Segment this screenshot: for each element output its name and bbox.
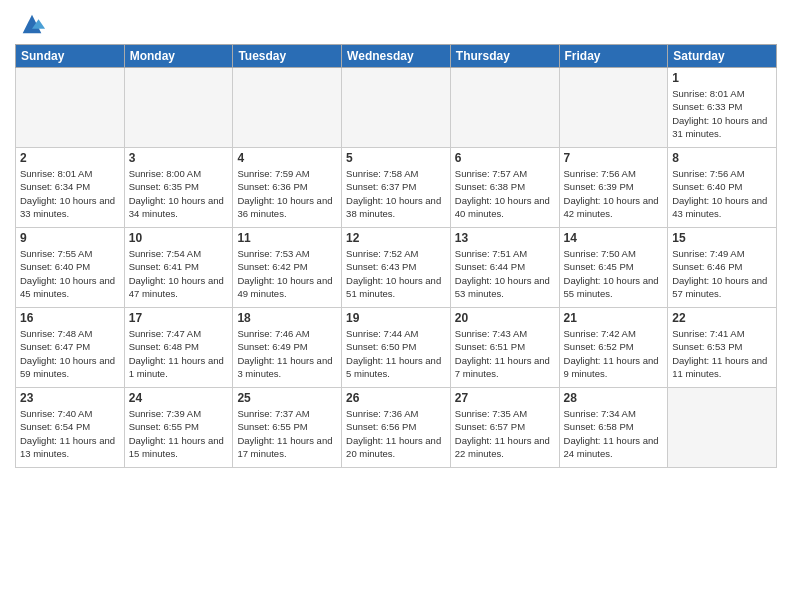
calendar-cell <box>124 68 233 148</box>
weekday-header: Tuesday <box>233 45 342 68</box>
day-number: 6 <box>455 151 555 165</box>
day-number: 16 <box>20 311 120 325</box>
calendar-week-row: 23Sunrise: 7:40 AM Sunset: 6:54 PM Dayli… <box>16 388 777 468</box>
day-number: 7 <box>564 151 664 165</box>
weekday-header: Sunday <box>16 45 125 68</box>
day-number: 9 <box>20 231 120 245</box>
day-number: 20 <box>455 311 555 325</box>
calendar-cell <box>450 68 559 148</box>
day-number: 4 <box>237 151 337 165</box>
weekday-header: Thursday <box>450 45 559 68</box>
day-info: Sunrise: 7:46 AM Sunset: 6:49 PM Dayligh… <box>237 327 337 380</box>
calendar-cell: 12Sunrise: 7:52 AM Sunset: 6:43 PM Dayli… <box>342 228 451 308</box>
calendar-cell: 23Sunrise: 7:40 AM Sunset: 6:54 PM Dayli… <box>16 388 125 468</box>
day-number: 11 <box>237 231 337 245</box>
day-number: 17 <box>129 311 229 325</box>
day-number: 22 <box>672 311 772 325</box>
day-info: Sunrise: 8:00 AM Sunset: 6:35 PM Dayligh… <box>129 167 229 220</box>
calendar-cell: 16Sunrise: 7:48 AM Sunset: 6:47 PM Dayli… <box>16 308 125 388</box>
logo-icon <box>18 10 46 38</box>
day-info: Sunrise: 7:53 AM Sunset: 6:42 PM Dayligh… <box>237 247 337 300</box>
calendar-cell: 9Sunrise: 7:55 AM Sunset: 6:40 PM Daylig… <box>16 228 125 308</box>
calendar-cell: 1Sunrise: 8:01 AM Sunset: 6:33 PM Daylig… <box>668 68 777 148</box>
calendar-cell: 8Sunrise: 7:56 AM Sunset: 6:40 PM Daylig… <box>668 148 777 228</box>
day-info: Sunrise: 7:40 AM Sunset: 6:54 PM Dayligh… <box>20 407 120 460</box>
day-info: Sunrise: 7:56 AM Sunset: 6:40 PM Dayligh… <box>672 167 772 220</box>
day-info: Sunrise: 7:42 AM Sunset: 6:52 PM Dayligh… <box>564 327 664 380</box>
day-info: Sunrise: 7:39 AM Sunset: 6:55 PM Dayligh… <box>129 407 229 460</box>
calendar-cell: 14Sunrise: 7:50 AM Sunset: 6:45 PM Dayli… <box>559 228 668 308</box>
calendar-cell: 21Sunrise: 7:42 AM Sunset: 6:52 PM Dayli… <box>559 308 668 388</box>
day-number: 1 <box>672 71 772 85</box>
weekday-header: Wednesday <box>342 45 451 68</box>
calendar-cell: 20Sunrise: 7:43 AM Sunset: 6:51 PM Dayli… <box>450 308 559 388</box>
day-number: 26 <box>346 391 446 405</box>
calendar-cell <box>342 68 451 148</box>
calendar-cell: 18Sunrise: 7:46 AM Sunset: 6:49 PM Dayli… <box>233 308 342 388</box>
day-info: Sunrise: 7:49 AM Sunset: 6:46 PM Dayligh… <box>672 247 772 300</box>
calendar-cell: 17Sunrise: 7:47 AM Sunset: 6:48 PM Dayli… <box>124 308 233 388</box>
calendar-cell: 10Sunrise: 7:54 AM Sunset: 6:41 PM Dayli… <box>124 228 233 308</box>
calendar-cell: 2Sunrise: 8:01 AM Sunset: 6:34 PM Daylig… <box>16 148 125 228</box>
calendar-cell: 24Sunrise: 7:39 AM Sunset: 6:55 PM Dayli… <box>124 388 233 468</box>
day-number: 15 <box>672 231 772 245</box>
page-container: SundayMondayTuesdayWednesdayThursdayFrid… <box>0 0 792 478</box>
header <box>15 10 777 38</box>
day-info: Sunrise: 7:55 AM Sunset: 6:40 PM Dayligh… <box>20 247 120 300</box>
calendar-cell: 11Sunrise: 7:53 AM Sunset: 6:42 PM Dayli… <box>233 228 342 308</box>
calendar-cell: 13Sunrise: 7:51 AM Sunset: 6:44 PM Dayli… <box>450 228 559 308</box>
calendar-cell: 25Sunrise: 7:37 AM Sunset: 6:55 PM Dayli… <box>233 388 342 468</box>
calendar-cell: 27Sunrise: 7:35 AM Sunset: 6:57 PM Dayli… <box>450 388 559 468</box>
day-info: Sunrise: 7:56 AM Sunset: 6:39 PM Dayligh… <box>564 167 664 220</box>
day-info: Sunrise: 7:57 AM Sunset: 6:38 PM Dayligh… <box>455 167 555 220</box>
day-number: 28 <box>564 391 664 405</box>
day-info: Sunrise: 7:52 AM Sunset: 6:43 PM Dayligh… <box>346 247 446 300</box>
calendar-cell: 28Sunrise: 7:34 AM Sunset: 6:58 PM Dayli… <box>559 388 668 468</box>
day-info: Sunrise: 7:37 AM Sunset: 6:55 PM Dayligh… <box>237 407 337 460</box>
day-info: Sunrise: 7:48 AM Sunset: 6:47 PM Dayligh… <box>20 327 120 380</box>
calendar-cell: 3Sunrise: 8:00 AM Sunset: 6:35 PM Daylig… <box>124 148 233 228</box>
calendar-cell <box>668 388 777 468</box>
day-number: 12 <box>346 231 446 245</box>
weekday-header: Saturday <box>668 45 777 68</box>
day-number: 5 <box>346 151 446 165</box>
day-info: Sunrise: 7:58 AM Sunset: 6:37 PM Dayligh… <box>346 167 446 220</box>
day-info: Sunrise: 7:50 AM Sunset: 6:45 PM Dayligh… <box>564 247 664 300</box>
day-number: 24 <box>129 391 229 405</box>
day-info: Sunrise: 7:34 AM Sunset: 6:58 PM Dayligh… <box>564 407 664 460</box>
day-info: Sunrise: 7:43 AM Sunset: 6:51 PM Dayligh… <box>455 327 555 380</box>
calendar-week-row: 16Sunrise: 7:48 AM Sunset: 6:47 PM Dayli… <box>16 308 777 388</box>
day-number: 3 <box>129 151 229 165</box>
calendar-cell: 7Sunrise: 7:56 AM Sunset: 6:39 PM Daylig… <box>559 148 668 228</box>
day-info: Sunrise: 7:47 AM Sunset: 6:48 PM Dayligh… <box>129 327 229 380</box>
day-number: 23 <box>20 391 120 405</box>
day-number: 19 <box>346 311 446 325</box>
weekday-header: Friday <box>559 45 668 68</box>
day-info: Sunrise: 7:41 AM Sunset: 6:53 PM Dayligh… <box>672 327 772 380</box>
day-number: 18 <box>237 311 337 325</box>
day-number: 14 <box>564 231 664 245</box>
day-info: Sunrise: 8:01 AM Sunset: 6:34 PM Dayligh… <box>20 167 120 220</box>
calendar-cell: 4Sunrise: 7:59 AM Sunset: 6:36 PM Daylig… <box>233 148 342 228</box>
day-info: Sunrise: 7:35 AM Sunset: 6:57 PM Dayligh… <box>455 407 555 460</box>
day-info: Sunrise: 7:44 AM Sunset: 6:50 PM Dayligh… <box>346 327 446 380</box>
calendar-cell <box>559 68 668 148</box>
calendar-cell: 19Sunrise: 7:44 AM Sunset: 6:50 PM Dayli… <box>342 308 451 388</box>
calendar-week-row: 2Sunrise: 8:01 AM Sunset: 6:34 PM Daylig… <box>16 148 777 228</box>
day-number: 21 <box>564 311 664 325</box>
logo <box>15 10 46 38</box>
weekday-header: Monday <box>124 45 233 68</box>
calendar-week-row: 1Sunrise: 8:01 AM Sunset: 6:33 PM Daylig… <box>16 68 777 148</box>
day-number: 2 <box>20 151 120 165</box>
day-number: 13 <box>455 231 555 245</box>
day-info: Sunrise: 7:51 AM Sunset: 6:44 PM Dayligh… <box>455 247 555 300</box>
calendar-cell <box>233 68 342 148</box>
calendar: SundayMondayTuesdayWednesdayThursdayFrid… <box>15 44 777 468</box>
day-number: 27 <box>455 391 555 405</box>
day-info: Sunrise: 7:59 AM Sunset: 6:36 PM Dayligh… <box>237 167 337 220</box>
calendar-header-row: SundayMondayTuesdayWednesdayThursdayFrid… <box>16 45 777 68</box>
calendar-cell: 15Sunrise: 7:49 AM Sunset: 6:46 PM Dayli… <box>668 228 777 308</box>
day-info: Sunrise: 7:54 AM Sunset: 6:41 PM Dayligh… <box>129 247 229 300</box>
day-info: Sunrise: 8:01 AM Sunset: 6:33 PM Dayligh… <box>672 87 772 140</box>
day-number: 25 <box>237 391 337 405</box>
